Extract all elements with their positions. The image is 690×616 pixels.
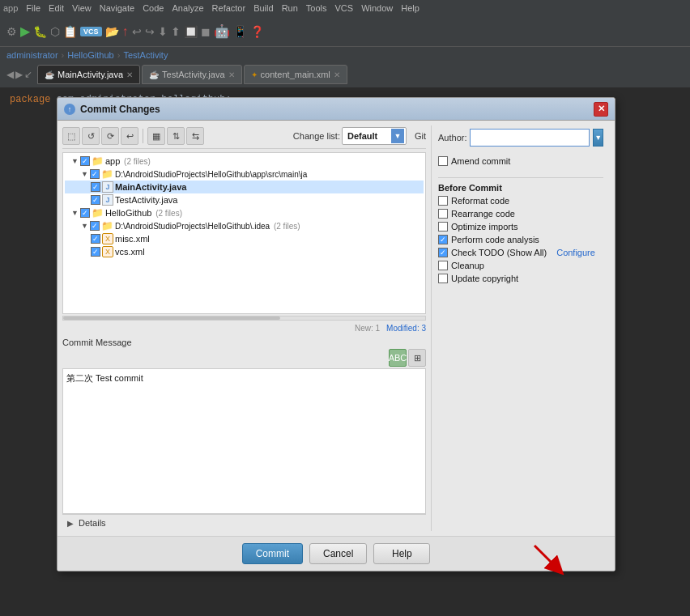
tab-contentmain[interactable]: ✦ content_main.xml ✕ — [244, 65, 347, 84]
breadcrumb-admin[interactable]: administrator — [6, 50, 58, 60]
analysis-label: Perform code analysis — [451, 235, 539, 244]
breadcrumb-hello[interactable]: HelloGithub — [67, 50, 113, 60]
checkbox-app-path[interactable]: ✓ — [90, 169, 100, 179]
menu-tools[interactable]: Tools — [306, 3, 327, 13]
tab-close-test[interactable]: ✕ — [228, 70, 235, 79]
xml-icon: ✦ — [251, 70, 258, 79]
toolbar-icon-debug[interactable]: 🐛 — [33, 25, 47, 38]
menu-code[interactable]: Code — [143, 3, 164, 13]
checkbox-reformat[interactable] — [438, 196, 448, 206]
changelist-dropdown[interactable]: Default ▼ — [342, 127, 407, 145]
menu-build[interactable]: Build — [253, 3, 273, 13]
menu-refactor[interactable]: Refactor — [212, 3, 246, 13]
tree-item-idea-path[interactable]: ▼ ✓ 📁 D:\AndroidStudioProjects\HelloGith… — [65, 219, 424, 232]
reformat-label: Reformat code — [451, 196, 509, 206]
spell-check-btn[interactable]: ABC — [389, 349, 407, 367]
scroll-indicator[interactable] — [62, 316, 426, 321]
commit-button[interactable]: Commit — [242, 543, 303, 564]
menu-help[interactable]: Help — [401, 3, 420, 13]
tree-item-app-path[interactable]: ▼ ✓ 📁 D:\AndroidStudioProjects\HelloGith… — [65, 168, 424, 181]
misc-label: misc.xml — [115, 234, 150, 244]
checkbox-idea[interactable]: ✓ — [90, 221, 100, 231]
help-button[interactable]: Help — [373, 543, 430, 564]
menu-analyze[interactable]: Analyze — [172, 3, 203, 13]
status-new: New: 1 — [355, 324, 380, 333]
cancel-button[interactable]: Cancel — [309, 543, 367, 564]
tool-sort[interactable]: ⇅ — [167, 127, 185, 145]
toolbar-icon-13[interactable]: ❓ — [250, 25, 264, 38]
file-tree[interactable]: ▼ ✓ 📁 app (2 files) ▼ ✓ 📁 D:\AndroidStud… — [62, 152, 426, 314]
tree-item-testactivity[interactable]: ✓ J TestActivity.java — [65, 193, 424, 206]
tree-item-app[interactable]: ▼ ✓ 📁 app (2 files) — [65, 155, 424, 168]
tree-item-misc[interactable]: ✓ X misc.xml — [65, 232, 424, 245]
toolbar-icon-11[interactable]: ◼ — [201, 25, 211, 38]
tab-close-xml[interactable]: ✕ — [334, 70, 340, 79]
status-modified: Modified: 3 — [386, 324, 426, 333]
tree-item-mainactivity[interactable]: ✓ J MainActivity.java — [65, 181, 424, 193]
author-input[interactable] — [470, 129, 590, 147]
checkbox-todo[interactable]: ✓ — [438, 248, 448, 257]
toolbar-icon-commit[interactable]: ↑ — [122, 24, 129, 39]
toolbar-vcs-icon[interactable]: VCS — [80, 27, 102, 36]
commit-message-label: Commit Message — [62, 334, 426, 349]
toolbar-icon-4[interactable]: 📋 — [63, 25, 77, 38]
menu-window[interactable]: Window — [361, 3, 393, 13]
menu-edit[interactable]: Edit — [49, 3, 64, 13]
tool-expand[interactable]: ▦ — [147, 127, 165, 145]
checkbox-copyright[interactable] — [438, 274, 448, 283]
tab-nav-btn-2[interactable]: ▶ — [15, 69, 23, 80]
tool-diff[interactable]: ⬚ — [62, 127, 80, 145]
app-meta: (2 files) — [121, 157, 151, 166]
menu-run[interactable]: Run — [282, 3, 298, 13]
option-reformat: Reformat code — [438, 194, 603, 207]
tab-nav-btn-1[interactable]: ◀ — [6, 69, 14, 80]
tree-item-hellogithub[interactable]: ▼ ✓ 📁 HelloGithub (2 files) — [65, 206, 424, 219]
configure-link[interactable]: Configure — [556, 248, 595, 257]
tool-group[interactable]: ⇆ — [186, 127, 204, 145]
checkbox-main[interactable]: ✓ — [91, 182, 100, 192]
tool-rollback[interactable]: ↺ — [82, 127, 100, 145]
toolbar-icon-run[interactable]: ▶ — [20, 23, 30, 39]
tab-nav-btn-3[interactable]: ↙ — [24, 69, 32, 80]
tab-testactivity[interactable]: ☕ TestActivity.java ✕ — [142, 65, 241, 84]
close-button[interactable]: ✕ — [594, 102, 608, 117]
author-dropdown-button[interactable]: ▼ — [593, 129, 603, 147]
checkbox-hello[interactable]: ✓ — [80, 208, 90, 218]
menu-vcs[interactable]: VCS — [335, 3, 354, 13]
checkbox-test[interactable]: ✓ — [91, 195, 100, 205]
checkbox-vcs[interactable]: ✓ — [91, 247, 100, 257]
checkbox-misc[interactable]: ✓ — [91, 234, 100, 244]
toolbar-icon-5[interactable]: 📂 — [105, 25, 119, 38]
amend-checkbox[interactable] — [438, 156, 448, 166]
commit-msg-options[interactable]: ⊞ — [408, 349, 426, 367]
toolbar-icon-6[interactable]: ↩ — [132, 25, 142, 38]
checkbox-rearrange[interactable] — [438, 209, 448, 219]
toolbar-icon-9[interactable]: ⬆ — [171, 25, 181, 38]
toolbar-icon-android[interactable]: 🤖 — [214, 23, 230, 39]
menu-view[interactable]: View — [72, 3, 92, 13]
checkbox-app[interactable]: ✓ — [80, 156, 90, 166]
tab-mainactivity[interactable]: ☕ MainActivity.java ✕ — [37, 65, 140, 84]
tool-refresh[interactable]: ⟳ — [101, 127, 119, 145]
menu-navigate[interactable]: Navigate — [100, 3, 134, 13]
tool-undo[interactable]: ↩ — [121, 127, 138, 145]
commit-message-textarea[interactable] — [62, 368, 426, 514]
changelist-value: Default — [347, 131, 377, 141]
tab-close-main[interactable]: ✕ — [126, 70, 133, 79]
checkbox-cleanup[interactable] — [438, 261, 448, 270]
menu-file[interactable]: File — [26, 3, 40, 13]
breadcrumb-test[interactable]: TestActivity — [123, 50, 168, 60]
toolbar-icon-10[interactable]: 🔲 — [184, 25, 198, 38]
commit-changes-dialog: ↑ Commit Changes ✕ ⬚ ↺ ⟳ ↩ ▦ ⇅ ⇆ Change … — [57, 97, 615, 571]
checkbox-optimize[interactable] — [438, 222, 448, 232]
tree-item-vcs[interactable]: ✓ X vcs.xml — [65, 245, 424, 258]
toolbar-icon-12[interactable]: 📱 — [233, 25, 247, 38]
menu-bar: app File Edit View Navigate Code Analyze… — [0, 0, 690, 16]
menu-app[interactable]: app — [3, 3, 18, 13]
toolbar-icon-7[interactable]: ↪ — [145, 25, 155, 38]
details-section[interactable]: ▶ Details — [62, 514, 426, 531]
toolbar-icon-8[interactable]: ⬇ — [158, 25, 168, 38]
checkbox-analysis[interactable]: ✓ — [438, 235, 448, 244]
toolbar-icon-1[interactable]: ⚙ — [6, 25, 17, 38]
toolbar-icon-3[interactable]: ⬡ — [50, 25, 60, 38]
